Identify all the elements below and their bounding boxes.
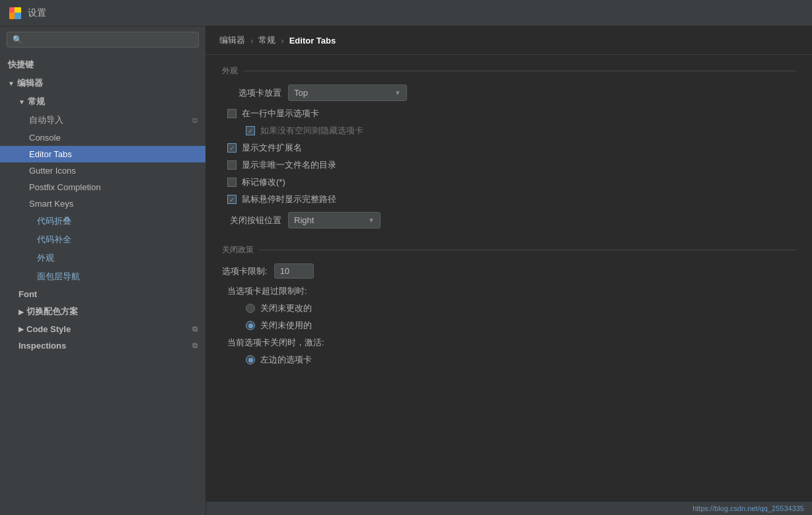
sidebar-item-label: 常规 [28,96,45,108]
sidebar-item-postfix-completion[interactable]: Postfix Completion [0,179,205,195]
show-dir-checkbox-row[interactable]: 显示非唯一文件名的目录 [222,159,796,171]
sidebar-item-label: Console [29,133,61,143]
sidebar-item-inspections[interactable]: Inspections ⧉ [0,337,205,354]
show-full-path-checkbox[interactable] [227,195,237,204]
sidebar-item-smart-keys[interactable]: Smart Keys [0,195,205,212]
close-policy-section: 关闭政策 选项卡限制: 当选项卡超过限制时: 关闭未更改的 关闭未使用的 [222,244,796,366]
mark-modified-checkbox-row[interactable]: 标记修改(*) [222,176,796,188]
chevron-down-icon: ▼ [394,89,401,96]
breadcrumb-sep1: › [250,36,253,46]
left-tab-label: 左边的选项卡 [260,354,312,366]
sidebar-item-gutter-icons[interactable]: Gutter Icons [0,162,205,179]
single-row-checkbox[interactable] [227,109,237,118]
sidebar-item-waiguan[interactable]: 外观 [0,249,205,267]
main-layout: 🔍 快捷键 ▼ 编辑器 ▼ 常规 自动导入 ⧉ [0,26,812,515]
tab-position-value: Top [294,88,389,98]
left-tab-row[interactable]: 左边的选项卡 [222,354,796,366]
breadcrumb-editor: 编辑器 [219,34,245,46]
bottom-bar: https://blog.csdn.net/qq_25534335 [206,501,812,515]
show-ext-checkbox[interactable] [227,143,237,153]
sidebar-item-code-style[interactable]: ▶ Code Style ⧉ [0,321,205,337]
sidebar-item-font[interactable]: Font [0,286,205,302]
sidebar-item-label: 外观 [37,252,54,264]
close-unused-row[interactable]: 关闭未使用的 [222,320,796,331]
app-title: 设置 [28,7,46,19]
expand-icon: ▼ [8,80,15,87]
tab-limit-input[interactable] [274,263,314,279]
show-ext-label: 显示文件扩展名 [242,142,302,154]
sidebar-item-general[interactable]: ▼ 常规 [0,92,205,111]
appearance-section: 外观 选项卡放置 Top ▼ 在一行中显示选项卡 如果 [222,65,796,228]
sidebar: 🔍 快捷键 ▼ 编辑器 ▼ 常规 自动导入 ⧉ [0,26,206,515]
tab-position-row: 选项卡放置 Top ▼ [222,85,796,101]
sidebar-item-label: 切换配色方案 [26,306,78,318]
left-tab-radio[interactable] [246,355,255,364]
sidebar-item-auto-import[interactable]: 自动导入 ⧉ [0,111,205,129]
single-row-checkbox-row[interactable]: 在一行中显示选项卡 [222,108,796,120]
sidebar-item-label: Smart Keys [29,199,73,209]
chevron-down-icon: ▼ [368,217,375,224]
sidebar-item-label: Editor Tabs [29,149,72,159]
expand-icon: ▼ [18,98,25,106]
sidebar-tree: 快捷键 ▼ 编辑器 ▼ 常规 自动导入 ⧉ Console E [0,53,205,515]
mark-modified-label: 标记修改(*) [242,176,285,188]
show-dir-checkbox[interactable] [227,160,237,170]
sidebar-item-code-fold[interactable]: 代码折叠 [0,212,205,230]
content-scroll: 外观 选项卡放置 Top ▼ 在一行中显示选项卡 如果 [206,55,812,501]
search-input[interactable] [26,35,193,44]
search-icon: 🔍 [13,35,22,44]
close-policy-title: 关闭政策 [222,244,254,256]
over-limit-label: 当选项卡超过限制时: [222,285,796,297]
hide-if-no-space-checkbox[interactable] [246,126,255,135]
close-unmodified-row[interactable]: 关闭未更改的 [222,302,796,314]
tab-position-dropdown[interactable]: Top ▼ [288,85,407,101]
sidebar-item-label: 代码补全 [37,234,71,246]
hide-if-no-space-checkbox-row[interactable]: 如果没有空间则隐藏选项卡 [222,125,796,137]
title-bar: 设置 [0,0,812,26]
search-box[interactable]: 🔍 [7,32,199,48]
sidebar-item-kuaijiejian[interactable]: 快捷键 [0,55,205,74]
url-text: https://blog.csdn.net/qq_25534335 [692,504,804,512]
tab-position-label: 选项卡放置 [222,87,281,99]
single-row-label: 在一行中显示选项卡 [242,108,319,120]
svg-rect-3 [15,13,21,19]
sidebar-item-label: 编辑器 [17,77,43,89]
close-btn-position-label: 关闭按钮位置 [222,215,281,226]
sidebar-item-label: 自动导入 [29,114,63,126]
sidebar-item-color-scheme[interactable]: ▶ 切换配色方案 [0,302,205,321]
close-unmodified-label: 关闭未更改的 [260,302,312,314]
show-full-path-label: 鼠标悬停时显示完整路径 [242,193,336,205]
breadcrumb-sep2: › [281,36,283,46]
copy-icon: ⧉ [192,325,198,333]
expand-icon: ▶ [18,308,24,316]
appearance-section-header: 外观 [222,65,796,77]
copy-icon: ⧉ [192,116,198,125]
sidebar-item-bread-nav[interactable]: 面包层导航 [0,267,205,286]
sidebar-item-label: Code Style [26,324,71,334]
sidebar-item-editor[interactable]: ▼ 编辑器 [0,74,205,92]
show-ext-checkbox-row[interactable]: 显示文件扩展名 [222,142,796,154]
sidebar-item-label: Inspections [18,341,66,351]
close-unused-radio[interactable] [246,321,255,330]
expand-icon: ▶ [18,326,24,333]
content-area: 编辑器 › 常规 › Editor Tabs 外观 选项卡放置 Top ▼ [206,26,812,515]
sidebar-item-code-complete[interactable]: 代码补全 [0,230,205,249]
show-full-path-checkbox-row[interactable]: 鼠标悬停时显示完整路径 [222,193,796,205]
close-btn-position-dropdown[interactable]: Right ▼ [288,212,381,228]
sidebar-item-editor-tabs[interactable]: Editor Tabs [0,146,205,162]
close-policy-section-header: 关闭政策 [222,244,796,256]
copy-icon: ⧉ [192,341,198,350]
breadcrumb: 编辑器 › 常规 › Editor Tabs [206,26,812,55]
activate-label: 当前选项卡关闭时，激活: [222,337,796,349]
mark-modified-checkbox[interactable] [227,178,237,187]
app-logo [8,6,22,20]
close-unmodified-radio[interactable] [246,304,255,313]
sidebar-item-console[interactable]: Console [0,129,205,146]
breadcrumb-editor-tabs: Editor Tabs [289,36,336,46]
tab-limit-row: 选项卡限制: [222,263,796,279]
sidebar-item-label: Postfix Completion [29,182,100,192]
sidebar-item-label: 代码折叠 [37,215,71,227]
show-dir-label: 显示非唯一文件名的目录 [242,159,336,171]
sidebar-item-label: Font [18,289,37,299]
sidebar-item-label: Gutter Icons [29,166,76,176]
